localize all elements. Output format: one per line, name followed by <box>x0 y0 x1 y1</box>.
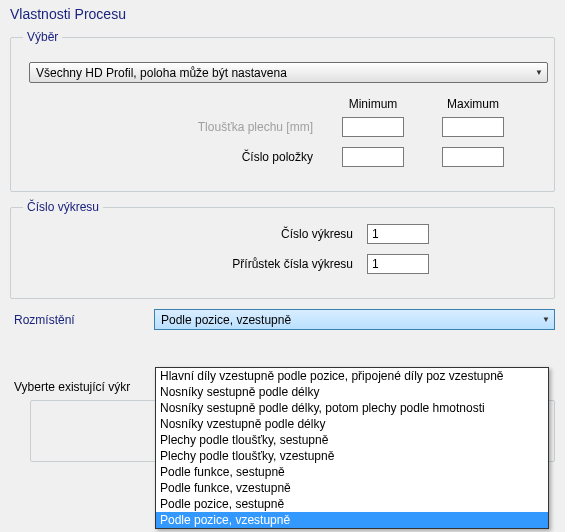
item-min-input[interactable] <box>342 147 404 167</box>
thickness-min-input[interactable] <box>342 117 404 137</box>
chevron-down-icon: ▼ <box>542 315 550 324</box>
placement-option[interactable]: Podle pozice, vzestupně <box>156 512 548 528</box>
max-header: Maximum <box>423 97 523 111</box>
window-title: Vlastnosti Procesu <box>0 0 565 22</box>
existing-drawing-label: Vyberte existující výkr <box>14 380 130 394</box>
drawing-number-label: Číslo výkresu <box>23 227 363 241</box>
drawing-number-row: Číslo výkresu <box>23 224 542 244</box>
placement-select[interactable]: Podle pozice, vzestupně ▼ <box>154 309 555 330</box>
placement-row: Rozmístění Podle pozice, vzestupně ▼ <box>10 309 555 330</box>
placement-option[interactable]: Podle funkce, vzestupně <box>156 480 548 496</box>
placement-option[interactable]: Nosníky vzestupně podle délky <box>156 416 548 432</box>
drawing-number-input[interactable] <box>367 224 429 244</box>
placement-label: Rozmístění <box>10 313 154 327</box>
drawing-increment-row: Přírůstek čísla výkresu <box>23 254 542 274</box>
thickness-max-input[interactable] <box>442 117 504 137</box>
item-max-input[interactable] <box>442 147 504 167</box>
selection-legend: Výběr <box>23 30 62 44</box>
placement-select-value: Podle pozice, vzestupně <box>161 313 291 327</box>
placement-option[interactable]: Podle pozice, sestupně <box>156 496 548 512</box>
placement-option[interactable]: Nosníky sestupně podle délky <box>156 384 548 400</box>
item-number-row: Číslo položky <box>23 147 542 167</box>
min-max-headers: Minimum Maximum <box>323 97 542 111</box>
placement-option[interactable]: Hlavní díly vzestupně podle pozice, přip… <box>156 368 548 384</box>
thickness-label: Tloušťka plechu [mm] <box>23 120 323 134</box>
placement-option[interactable]: Podle funkce, sestupně <box>156 464 548 480</box>
selection-group: Výběr Všechny HD Profil, poloha může být… <box>10 30 555 192</box>
placement-dropdown-list[interactable]: Hlavní díly vzestupně podle pozice, přip… <box>155 367 549 529</box>
profile-select[interactable]: Všechny HD Profil, poloha může být nasta… <box>29 62 548 83</box>
min-header: Minimum <box>323 97 423 111</box>
placement-option[interactable]: Plechy podle tloušťky, vzestupně <box>156 448 548 464</box>
drawing-increment-label: Přírůstek čísla výkresu <box>23 257 363 271</box>
placement-option[interactable]: Plechy podle tloušťky, sestupně <box>156 432 548 448</box>
placement-option[interactable]: Nosníky sestupně podle délky, potom plec… <box>156 400 548 416</box>
drawing-increment-input[interactable] <box>367 254 429 274</box>
item-number-label: Číslo položky <box>23 150 323 164</box>
profile-select-value: Všechny HD Profil, poloha může být nasta… <box>36 66 287 80</box>
drawing-number-group: Číslo výkresu Číslo výkresu Přírůstek čí… <box>10 200 555 299</box>
thickness-row: Tloušťka plechu [mm] <box>23 117 542 137</box>
chevron-down-icon: ▼ <box>535 68 543 77</box>
window: Vlastnosti Procesu Výběr Všechny HD Prof… <box>0 0 565 532</box>
drawing-number-legend: Číslo výkresu <box>23 200 103 214</box>
